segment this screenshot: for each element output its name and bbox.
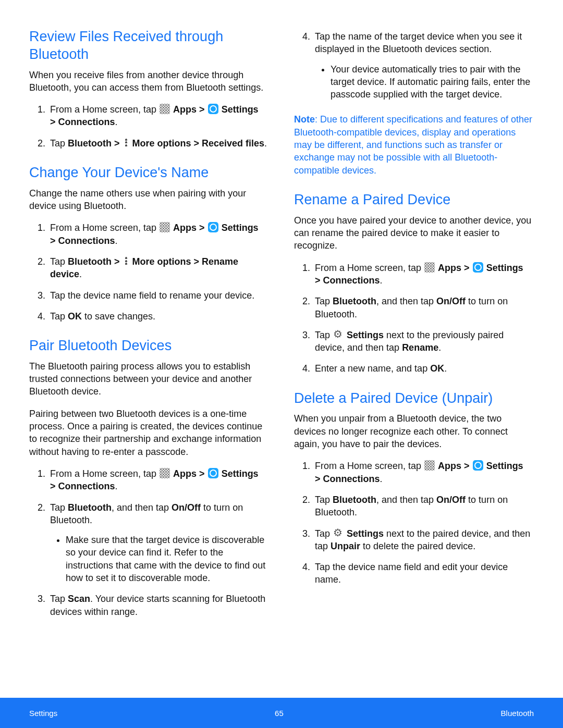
step-item: From a Home screen, tap Apps > Settings … — [48, 103, 269, 129]
more-options-icon — [123, 138, 129, 148]
step-item: From a Home screen, tap Apps > Settings … — [313, 460, 534, 485]
sub-list: Your device automatically tries to pair … — [315, 63, 534, 101]
step-item: Tap OK to save changes. — [48, 310, 269, 323]
settings-icon — [208, 104, 218, 114]
step-item: Tap Settings next to the paired device, … — [313, 527, 534, 553]
page-content: Review Files Received through Bluetooth … — [0, 0, 563, 633]
gear-icon — [333, 329, 344, 340]
heading-change-name: Change Your Device's Name — [29, 164, 269, 182]
right-column: Tap the name of the target device when y… — [294, 28, 534, 633]
sub-item: Your device automatically tries to pair … — [331, 63, 534, 101]
step-item: Tap the device name field to rename your… — [48, 289, 269, 302]
apps-icon — [160, 104, 170, 114]
section-rename-paired: Rename a Paired Device Once you have pai… — [294, 191, 534, 375]
step-item: Enter a new name, and tap OK. — [313, 362, 534, 375]
step-item: From a Home screen, tap Apps > Settings … — [48, 221, 269, 247]
settings-icon — [208, 222, 218, 232]
apps-icon — [160, 222, 170, 232]
para: Pairing between two Bluetooth devices is… — [29, 408, 269, 458]
para: When you unpair from a Bluetooth device,… — [294, 412, 534, 450]
para: When you receive files from another devi… — [29, 69, 269, 94]
footer-left: Settings — [29, 709, 57, 718]
heading-pair-devices: Pair Bluetooth Devices — [29, 337, 269, 355]
step-item: Tap Bluetooth, and then tap On/Off to tu… — [313, 493, 534, 519]
steps-list: From a Home screen, tap Apps > Settings … — [29, 467, 269, 618]
step-item: From a Home screen, tap Apps > Settings … — [313, 262, 534, 287]
step-item: Tap the device name field and edit your … — [313, 561, 534, 586]
settings-icon — [208, 468, 218, 478]
steps-list: From a Home screen, tap Apps > Settings … — [29, 221, 269, 323]
step-item: Tap Bluetooth, and then tap On/Off to tu… — [313, 295, 534, 320]
steps-list: From a Home screen, tap Apps > Settings … — [294, 460, 534, 586]
settings-icon — [473, 460, 483, 471]
footer-page-number: 65 — [275, 709, 284, 718]
section-pair-devices: Pair Bluetooth Devices The Bluetooth pai… — [29, 337, 269, 618]
heading-review-files: Review Files Received through Bluetooth — [29, 28, 269, 64]
steps-list-continued: Tap the name of the target device when y… — [294, 30, 534, 101]
steps-list: From a Home screen, tap Apps > Settings … — [294, 262, 534, 375]
steps-list: From a Home screen, tap Apps > Settings … — [29, 103, 269, 150]
para: Change the name others use when pairing … — [29, 187, 269, 213]
step-item: Tap Bluetooth, and then tap On/Off to tu… — [48, 501, 269, 585]
gear-icon — [333, 528, 344, 538]
sub-list: Make sure that the target device is disc… — [50, 534, 269, 584]
para: Once you have paired your device to anot… — [294, 214, 534, 252]
apps-icon — [424, 262, 435, 273]
step-item: Tap Settings next to the previously pair… — [313, 329, 534, 354]
apps-icon — [160, 468, 170, 478]
step-item: Tap Bluetooth > More options > Received … — [48, 137, 269, 150]
apps-icon — [424, 460, 435, 471]
section-delete-paired: Delete a Paired Device (Unpair) When you… — [294, 390, 534, 586]
settings-icon — [473, 262, 483, 273]
footer-right: Bluetooth — [501, 709, 534, 718]
section-review-files: Review Files Received through Bluetooth … — [29, 28, 269, 150]
para: The Bluetooth pairing process allows you… — [29, 360, 269, 398]
section-change-name: Change Your Device's Name Change the nam… — [29, 164, 269, 323]
step-item: From a Home screen, tap Apps > Settings … — [48, 467, 269, 493]
left-column: Review Files Received through Bluetooth … — [29, 28, 269, 633]
step-item: Tap Scan. Your device starts scanning fo… — [48, 593, 269, 618]
more-options-icon — [123, 256, 129, 266]
step-item: Tap the name of the target device when y… — [313, 30, 534, 101]
note-text: Note: Due to different specifications an… — [294, 113, 534, 176]
step-item: Tap Bluetooth > More options > Rename de… — [48, 255, 269, 281]
heading-rename-paired: Rename a Paired Device — [294, 191, 534, 209]
heading-delete-paired: Delete a Paired Device (Unpair) — [294, 390, 534, 408]
sub-item: Make sure that the target device is disc… — [66, 534, 269, 584]
page-footer: Settings 65 Bluetooth — [0, 698, 563, 728]
